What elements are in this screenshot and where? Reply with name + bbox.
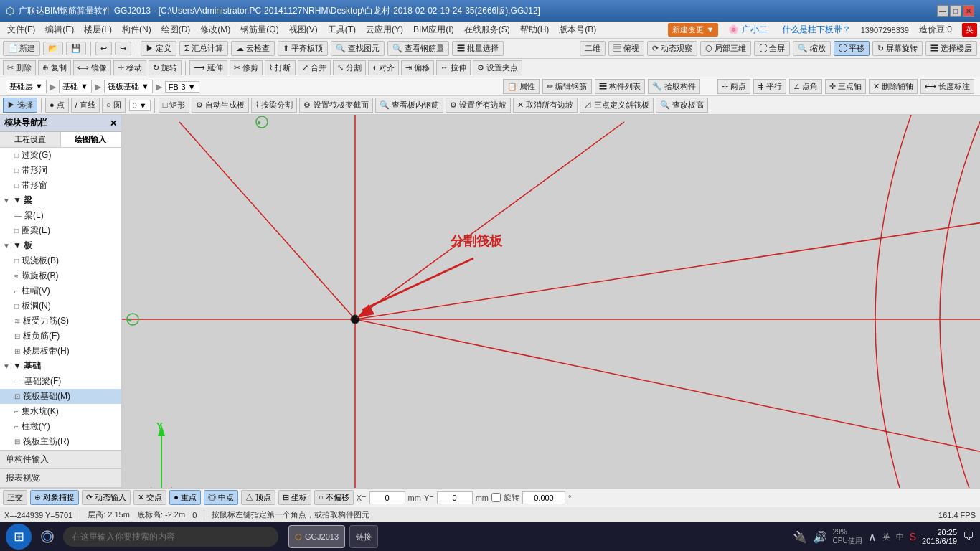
close-button[interactable]: ✕ — [963, 5, 974, 17]
split-btn[interactable]: ⤡ 分割 — [333, 60, 366, 75]
menu-rebar-qty[interactable]: 钢筋量(Q) — [236, 22, 283, 37]
menu-draw[interactable]: 绘图(D) — [157, 22, 195, 37]
menu-modify[interactable]: 修改(M) — [196, 22, 235, 37]
auto-gen-btn[interactable]: ⚙ 自动生成板 — [192, 98, 249, 113]
batch-select-btn[interactable]: ☰ 批量选择 — [452, 41, 504, 56]
sidebar-close-icon[interactable]: ✕ — [110, 118, 117, 128]
taskbar-notification-icon[interactable]: 🗨 — [963, 530, 974, 543]
input-method-en[interactable]: 英 — [882, 532, 890, 542]
input-method-zh[interactable]: 中 — [896, 532, 904, 542]
check-height-btn[interactable]: 🔍 查改板高 — [656, 98, 708, 113]
select-floor-btn[interactable]: ☰ 选择楼层 — [925, 41, 977, 56]
offset-btn[interactable]: ⇥ 偏移 — [401, 60, 434, 75]
fb3-dropdown[interactable]: FB-3 ▼ — [165, 81, 199, 93]
cortana-icon[interactable] — [36, 525, 59, 548]
grip-btn[interactable]: ⚙ 设置夹点 — [473, 60, 522, 75]
circle-tool-btn[interactable]: ○ 圆 — [102, 98, 126, 113]
fullscreen-btn[interactable]: ⛶ 全屏 — [754, 41, 790, 56]
rotate-input[interactable] — [522, 491, 565, 504]
snap-nooffset-btn[interactable]: ○ 不偏移 — [314, 490, 354, 505]
menu-component[interactable]: 构件(N) — [118, 22, 156, 37]
x-input[interactable] — [369, 491, 405, 504]
calc-btn[interactable]: Σ 汇总计算 — [179, 41, 228, 56]
y-input[interactable] — [437, 491, 473, 504]
snap-vertex-btn[interactable]: △ 顶点 — [241, 490, 275, 505]
snap-object-btn[interactable]: ⊕ 对象捕捉 — [30, 490, 79, 505]
snap-dynamic-btn[interactable]: ⟳ 动态输入 — [82, 490, 131, 505]
dynamic-view-btn[interactable]: ⟳ 动态观察 — [647, 41, 697, 56]
snap-orthogonal-btn[interactable]: 正交 — [3, 490, 27, 505]
menu-cloud[interactable]: 云应用(Y) — [362, 22, 407, 37]
report-view-btn[interactable]: 报表视览 — [0, 469, 121, 488]
snap-midpoint-btn[interactable]: ● 重点 — [169, 490, 201, 505]
properties-btn[interactable]: 📋 属性 — [503, 79, 540, 94]
tree-item-18[interactable]: ⌐柱墩(Y) — [0, 419, 121, 434]
shape-dropdown[interactable]: 0 ▼ — [129, 100, 151, 111]
new-change-btn[interactable]: 新建变更 ▼ — [668, 23, 718, 37]
tree-item-6[interactable]: ▼▼ 板 — [0, 238, 121, 253]
set-all-slope-btn[interactable]: ⚙ 设置所有边坡 — [446, 98, 511, 113]
tree-item-0[interactable]: □过梁(G) — [0, 148, 121, 163]
move-btn[interactable]: ✛ 移动 — [113, 60, 146, 75]
taskbar-app-ggj[interactable]: ⬡ GGJ2013 — [288, 525, 345, 548]
view-top-btn[interactable]: ▤ 俯视 — [608, 41, 644, 56]
two-points-btn[interactable]: ⊹ 两点 — [717, 79, 750, 94]
tree-item-12[interactable]: ⊟板负筋(F) — [0, 329, 121, 344]
save-btn[interactable]: 💾 — [66, 42, 86, 55]
delete-btn[interactable]: ✂ 删除 — [3, 60, 36, 75]
menu-floor[interactable]: 楼层(L) — [80, 22, 116, 37]
single-component-btn[interactable]: 单构件输入 — [0, 451, 121, 469]
view-rebar-inside-btn[interactable]: 🔍 查看板内钢筋 — [375, 98, 443, 113]
select-tool-btn[interactable]: ▶ 选择 — [3, 98, 37, 113]
cloud-check-btn[interactable]: ☁ 云检查 — [231, 41, 275, 56]
lang-button[interactable]: 英 — [962, 23, 977, 37]
snap-coords-btn[interactable]: ⊞ 坐标 — [278, 490, 311, 505]
extend-btn[interactable]: ⟶ 延伸 — [189, 60, 227, 75]
tree-item-2[interactable]: □带形窗 — [0, 178, 121, 193]
screen-rotate-btn[interactable]: ↻ 屏幕旋转 — [872, 41, 923, 56]
canvas-area[interactable]: ● ● Y — [122, 115, 980, 488]
rotate-btn[interactable]: ↻ 旋转 — [149, 60, 182, 75]
view-rebar-btn[interactable]: 🔍 查看钢筋量 — [387, 41, 449, 56]
menu-file[interactable]: 文件(F) — [3, 22, 39, 37]
three-pt-slope-btn[interactable]: ⊿ 三点定义斜筏板 — [580, 98, 654, 113]
tree-item-4[interactable]: —梁(L) — [0, 208, 121, 223]
pick-component-btn[interactable]: 🔧 拾取构件 — [648, 79, 700, 94]
mirror-btn[interactable]: ⟺ 镜像 — [73, 60, 111, 75]
tree-item-19[interactable]: ⊟筏板主筋(R) — [0, 434, 121, 449]
length-label-btn[interactable]: ⟷ 长度标注 — [920, 79, 974, 94]
snap-intersection-btn[interactable]: ✕ 交点 — [133, 490, 166, 505]
angle-btn[interactable]: ∠ 点角 — [789, 79, 822, 94]
tree-item-5[interactable]: □圈梁(E) — [0, 223, 121, 238]
line-tool-btn[interactable]: / 直线 — [71, 98, 100, 113]
tree-item-9[interactable]: ⌐柱帽(V) — [0, 283, 121, 298]
align-btn[interactable]: ⫞ 对齐 — [368, 60, 399, 75]
tree-item-7[interactable]: □现浇板(B) — [0, 253, 121, 268]
snap-center-btn[interactable]: ◎ 中点 — [204, 490, 238, 505]
tree-item-3[interactable]: ▼▼ 梁 — [0, 193, 121, 208]
split-by-beam-btn[interactable]: ⌇ 按梁分割 — [251, 98, 297, 113]
parallel-btn[interactable]: ⋕ 平行 — [753, 79, 786, 94]
menu-edit[interactable]: 编辑(E) — [41, 22, 78, 37]
help-question[interactable]: 什么是柱下板带？ — [778, 22, 855, 37]
maximize-button[interactable]: □ — [950, 5, 961, 17]
partial-3d-btn[interactable]: ⬡ 局部三维 — [700, 41, 751, 56]
menu-tools[interactable]: 工具(T) — [324, 22, 360, 37]
tree-item-16[interactable]: ⊡筏板基础(M) — [0, 389, 121, 404]
cancel-all-slope-btn[interactable]: ✕ 取消所有边坡 — [513, 98, 578, 113]
sogou-icon[interactable]: S — [910, 531, 916, 542]
del-axis-btn[interactable]: ✕ 删除辅轴 — [869, 79, 918, 94]
tree-item-8[interactable]: ≈螺旋板(B) — [0, 268, 121, 283]
minimize-button[interactable]: — — [937, 5, 948, 17]
edit-rebar-btn[interactable]: ✏ 编辑钢筋 — [542, 79, 591, 94]
taskbar-up-icon[interactable]: ∧ — [868, 530, 877, 544]
menu-version[interactable]: 版本号(B) — [555, 22, 600, 37]
break-btn[interactable]: ⌇ 打断 — [265, 60, 295, 75]
tree-item-1[interactable]: □带形洞 — [0, 163, 121, 178]
trim-btn[interactable]: ✂ 修剪 — [230, 60, 263, 75]
copy-btn[interactable]: ⊕ 复制 — [38, 60, 71, 75]
rotate-checkbox[interactable] — [491, 493, 501, 502]
merge-btn[interactable]: ⤢ 合并 — [298, 60, 331, 75]
raft-foundation-dropdown[interactable]: 筏板基础 ▼ — [104, 80, 153, 93]
tree-item-10[interactable]: □板洞(N) — [0, 298, 121, 314]
